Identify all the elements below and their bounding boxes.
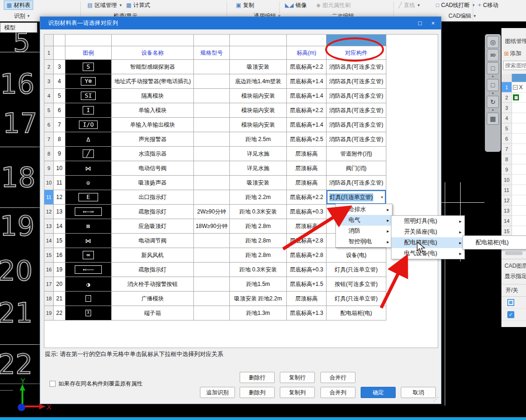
device-name-cell[interactable]: 广播模块 <box>112 292 194 306</box>
component-cell[interactable]: 消防器具(可连多立管) <box>327 103 386 118</box>
install-cell[interactable]: 距地1.3m <box>230 306 287 320</box>
source-row-cell[interactable]: 6 <box>54 103 65 118</box>
dialog-button-1-row1[interactable]: 删除行 <box>240 372 275 383</box>
legend-cell[interactable]: ╱ <box>65 147 112 161</box>
device-name-cell[interactable]: 单输入模块 <box>112 103 194 118</box>
install-cell[interactable]: 距地 2.5m <box>230 132 287 147</box>
spec-cell[interactable] <box>194 147 230 161</box>
source-row-cell[interactable] <box>54 46 65 60</box>
install-cell[interactable]: 详见水施 <box>230 161 287 176</box>
column-header-name[interactable]: 设备名称 <box>112 46 194 60</box>
device-name-cell[interactable]: 吸顶扬声器 <box>112 176 194 190</box>
orbit-icon[interactable]: ◎ <box>487 36 499 48</box>
component-combobox[interactable]: 灯具(只连单立管)▾ <box>327 190 386 204</box>
overwrite-checkbox-row[interactable]: 如果存在同名构件则覆盖原有属性 <box>50 380 142 388</box>
tree-row[interactable]: 13 <box>502 206 526 216</box>
recognize-button[interactable]: 识别▼ <box>14 12 30 20</box>
row-number-cell[interactable]: 8 <box>44 147 54 161</box>
elevation-cell[interactable]: 层底标高+1.4 <box>287 118 327 132</box>
overwrite-checkbox[interactable] <box>50 381 56 387</box>
dialog-titlebar[interactable]: 识别材料表—请选择对应列 <box>40 17 441 29</box>
tree-selected-column-header[interactable] <box>512 74 526 82</box>
close-button[interactable]: × <box>426 17 440 29</box>
elevation-cell[interactable]: 层顶标高 <box>287 147 327 161</box>
row-number-cell[interactable]: 17 <box>44 277 54 292</box>
row-number-cell[interactable]: 2 <box>44 60 54 74</box>
component-cell[interactable]: 消防器具(可连多立管) <box>327 60 386 74</box>
mirror-button[interactable]: ◣◢镜像 <box>283 0 309 10</box>
element-property-brush-button[interactable]: ◆图元属性刷 <box>314 0 353 10</box>
tree-row-cell[interactable] <box>512 226 526 236</box>
tree-collapse-icon[interactable]: − <box>514 96 518 100</box>
cad-line-break-button[interactable]: □CAD线打断▼ <box>434 0 478 10</box>
elevation-cell[interactable]: 层底标高+1.4 <box>287 89 327 103</box>
device-name-cell[interactable]: 端子箱 <box>112 306 194 320</box>
install-cell[interactable]: 底边距地1.4m壁装 <box>230 74 287 89</box>
legend-cell[interactable]: I <box>65 103 112 118</box>
tree-collapse-icon[interactable]: − <box>513 85 518 90</box>
tree-row-cell[interactable] <box>512 123 526 134</box>
legend-cell[interactable]: E <box>65 190 112 205</box>
row-number-cell[interactable]: 10 <box>44 176 54 190</box>
source-row-cell[interactable]: 15 <box>54 234 65 248</box>
spec-cell[interactable] <box>194 118 230 132</box>
source-row-cell[interactable]: 7 <box>54 118 65 132</box>
dialog-button-1-row2[interactable]: 追加识别 <box>200 387 235 398</box>
dialog-button-3-row2[interactable]: 复制列 <box>280 387 315 398</box>
device-name-cell[interactable]: 疏散指示灯 <box>112 263 194 277</box>
device-name-cell[interactable]: 新风风机 <box>112 248 194 263</box>
legend-cell[interactable]: X <box>65 306 112 320</box>
elevation-cell[interactable]: 层底标高+1.4 <box>287 74 327 89</box>
dialog-button-6-row2[interactable]: 取消 <box>401 387 436 398</box>
tree-row[interactable]: 9 <box>502 164 526 175</box>
elevation-cell[interactable]: 层顶标高 <box>287 161 327 176</box>
tree-row-cell[interactable] <box>512 206 526 216</box>
row-number-cell[interactable] <box>44 35 54 46</box>
tree-row-cell[interactable] <box>512 154 526 164</box>
legend-cell[interactable]: ⊠ <box>65 219 112 234</box>
tree-row-cell[interactable] <box>512 113 526 123</box>
line-button[interactable]: ╱直线▼ <box>396 0 423 10</box>
rotate-view-icon[interactable]: ↻ <box>487 96 499 108</box>
source-row-cell[interactable]: 19 <box>54 263 65 277</box>
source-row-cell[interactable]: 12 <box>54 190 65 205</box>
row-number-cell[interactable]: 6 <box>44 118 54 132</box>
component-cell[interactable]: 消防器具(可连多立管) <box>327 118 386 132</box>
menu-item[interactable]: 电气▸ <box>336 215 392 226</box>
menu-item[interactable]: 配电箱柜(电)▸ <box>391 237 464 248</box>
component-cell[interactable]: 设备(电) <box>327 248 386 263</box>
legend-cell[interactable]: Y⊗ <box>65 74 112 89</box>
spec-cell[interactable]: 2W≥90分钟 <box>194 205 230 219</box>
copy-button[interactable]: ▣复制 <box>234 0 256 10</box>
tree-row[interactable]: 14 <box>502 216 526 226</box>
view-iso-icon[interactable]: □ <box>487 62 499 74</box>
tree-row[interactable]: 6 <box>502 134 526 144</box>
view-3d-icon[interactable]: 3D <box>487 49 499 61</box>
row-number-cell[interactable]: 3 <box>44 74 54 89</box>
install-cell[interactable]: 模块箱内安装 <box>230 103 287 118</box>
spec-cell[interactable] <box>194 103 230 118</box>
source-row-cell[interactable]: 3 <box>54 60 65 74</box>
install-cell[interactable]: 详见水施 <box>230 147 287 161</box>
install-cell[interactable]: 距地 0.3米安装 <box>230 263 287 277</box>
mapping-cell[interactable] <box>65 35 112 46</box>
device-name-cell[interactable]: 电动信号阀 <box>112 161 194 176</box>
c-move-button[interactable]: +C移动 <box>476 0 501 10</box>
legend-cell[interactable]: ⋈ <box>65 234 112 248</box>
source-row-cell[interactable]: 16 <box>54 248 65 263</box>
device-name-cell[interactable]: 地址式手动报警器(带电话插孔) <box>112 74 194 89</box>
tree-row[interactable]: 4 <box>502 113 526 123</box>
spec-cell[interactable] <box>194 234 230 248</box>
device-name-cell[interactable]: 隔离模块 <box>112 89 194 103</box>
search-drawing-input[interactable] <box>503 61 526 70</box>
tree-row[interactable]: 8 <box>502 154 526 164</box>
device-name-cell[interactable]: 出口指示灯 <box>112 190 194 205</box>
legend-cell[interactable]: ↢—↣ <box>65 205 112 219</box>
row-number-cell[interactable]: 19 <box>44 306 54 320</box>
layer-checkbox-checked[interactable]: ✓ <box>507 311 514 318</box>
install-cell[interactable]: 距地 0.3米安装 <box>230 205 287 219</box>
column-header-legend[interactable]: 图例 <box>65 46 112 60</box>
tree-row-cell[interactable] <box>512 144 526 154</box>
maximize-button[interactable]: □ <box>413 17 427 29</box>
component-cell[interactable]: 灯具(只连单立管) <box>327 263 386 277</box>
